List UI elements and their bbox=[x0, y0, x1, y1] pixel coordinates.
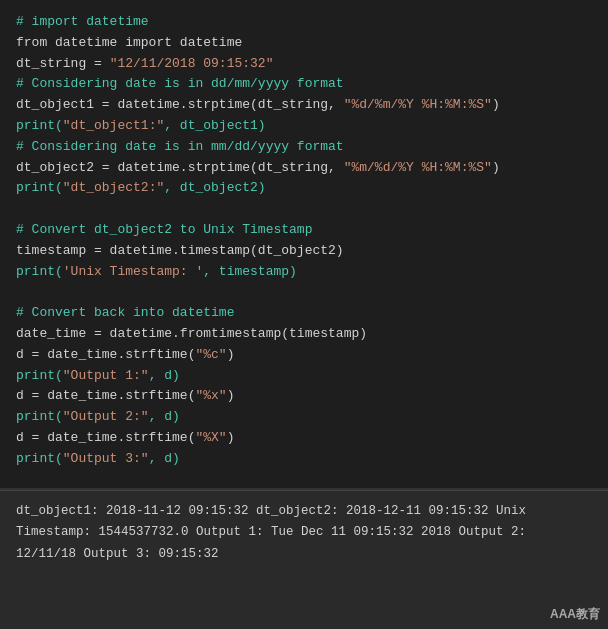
code-token: print( bbox=[16, 118, 63, 133]
code-token: # Convert back into datetime bbox=[16, 305, 234, 320]
code-line: # import datetime bbox=[16, 12, 592, 33]
code-token: "%d/%m/%Y %H:%M:%S" bbox=[344, 97, 492, 112]
code-token: print( bbox=[16, 180, 63, 195]
code-line bbox=[16, 282, 592, 303]
code-line: dt_object2 = datetime.strptime(dt_string… bbox=[16, 158, 592, 179]
code-line: # Convert dt_object2 to Unix Timestamp bbox=[16, 220, 592, 241]
code-token: "dt_object1:" bbox=[63, 118, 164, 133]
code-line: print("Output 1:", d) bbox=[16, 366, 592, 387]
code-line: print("Output 2:", d) bbox=[16, 407, 592, 428]
watermark: AAA教育 bbox=[550, 606, 600, 623]
code-token: ) bbox=[227, 430, 235, 445]
code-token: print( bbox=[16, 451, 63, 466]
code-token: ) bbox=[227, 347, 235, 362]
code-token: date_time = datetime.fromtimestamp(times… bbox=[16, 326, 367, 341]
code-token: , d) bbox=[149, 368, 180, 383]
code-token: print( bbox=[16, 368, 63, 383]
code-token: , timestamp) bbox=[203, 264, 297, 279]
code-token: # Considering date is in dd/mm/yyyy form… bbox=[16, 76, 344, 91]
code-token: "Output 2:" bbox=[63, 409, 149, 424]
code-token: d = date_time.strftime( bbox=[16, 430, 195, 445]
code-token: dt_object2 = datetime.strptime(dt_string… bbox=[16, 160, 344, 175]
code-token: "%X" bbox=[195, 430, 226, 445]
code-line: print("dt_object1:", dt_object1) bbox=[16, 116, 592, 137]
code-line: d = date_time.strftime("%x") bbox=[16, 386, 592, 407]
code-line: dt_string = "12/11/2018 09:15:32" bbox=[16, 54, 592, 75]
code-token: from datetime import datetime bbox=[16, 35, 242, 50]
code-token: ) bbox=[492, 97, 500, 112]
code-token: , dt_object2) bbox=[164, 180, 265, 195]
code-line: # Convert back into datetime bbox=[16, 303, 592, 324]
code-line: dt_object1 = datetime.strptime(dt_string… bbox=[16, 95, 592, 116]
code-token: 'Unix Timestamp: ' bbox=[63, 264, 203, 279]
code-token: "%m/%d/%Y %H:%M:%S" bbox=[344, 160, 492, 175]
code-token: d = date_time.strftime( bbox=[16, 347, 195, 362]
output-line: 12/11/18 Output 3: 09:15:32 bbox=[16, 544, 592, 565]
code-token: "%x" bbox=[195, 388, 226, 403]
code-line: # Considering date is in mm/dd/yyyy form… bbox=[16, 137, 592, 158]
code-line: print('Unix Timestamp: ', timestamp) bbox=[16, 262, 592, 283]
code-panel: # import datetimefrom datetime import da… bbox=[0, 0, 608, 490]
code-line: d = date_time.strftime("%c") bbox=[16, 345, 592, 366]
code-token: "%c" bbox=[195, 347, 226, 362]
code-line: d = date_time.strftime("%X") bbox=[16, 428, 592, 449]
watermark-text: AAA教育 bbox=[550, 607, 600, 621]
output-line: Timestamp: 1544537732.0 Output 1: Tue De… bbox=[16, 522, 592, 543]
code-token: "Output 1:" bbox=[63, 368, 149, 383]
output-panel: dt_object1: 2018-11-12 09:15:32 dt_objec… bbox=[0, 490, 608, 629]
code-token: d = date_time.strftime( bbox=[16, 388, 195, 403]
code-token: dt_string = bbox=[16, 56, 110, 71]
code-token: ) bbox=[227, 388, 235, 403]
code-token: # import datetime bbox=[16, 14, 149, 29]
code-token: , d) bbox=[149, 451, 180, 466]
code-token: , d) bbox=[149, 409, 180, 424]
code-line bbox=[16, 199, 592, 220]
code-token: timestamp = datetime.timestamp(dt_object… bbox=[16, 243, 344, 258]
code-token: "dt_object2:" bbox=[63, 180, 164, 195]
code-line: # Considering date is in dd/mm/yyyy form… bbox=[16, 74, 592, 95]
code-token: # Considering date is in mm/dd/yyyy form… bbox=[16, 139, 344, 154]
code-token: , dt_object1) bbox=[164, 118, 265, 133]
code-token: dt_object1 = datetime.strptime(dt_string… bbox=[16, 97, 344, 112]
output-text: dt_object1: 2018-11-12 09:15:32 dt_objec… bbox=[16, 501, 592, 565]
code-line: date_time = datetime.fromtimestamp(times… bbox=[16, 324, 592, 345]
code-token: print( bbox=[16, 409, 63, 424]
code-token: # Convert dt_object2 to Unix Timestamp bbox=[16, 222, 312, 237]
code-line: from datetime import datetime bbox=[16, 33, 592, 54]
output-line: dt_object1: 2018-11-12 09:15:32 dt_objec… bbox=[16, 501, 592, 522]
code-token: "12/11/2018 09:15:32" bbox=[110, 56, 274, 71]
code-line: timestamp = datetime.timestamp(dt_object… bbox=[16, 241, 592, 262]
code-token: ) bbox=[492, 160, 500, 175]
code-token: print( bbox=[16, 264, 63, 279]
code-line: print("Output 3:", d) bbox=[16, 449, 592, 470]
code-token: "Output 3:" bbox=[63, 451, 149, 466]
code-line: print("dt_object2:", dt_object2) bbox=[16, 178, 592, 199]
